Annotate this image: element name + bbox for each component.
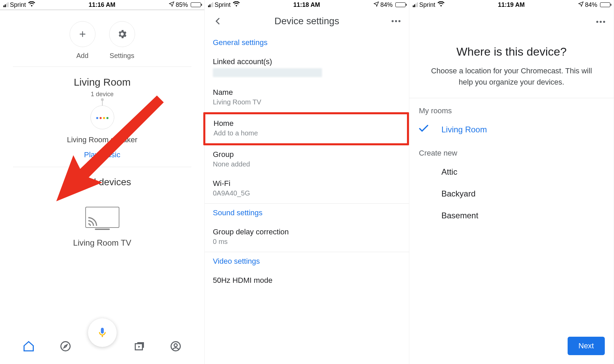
video-settings-link[interactable]: Video settings (205, 252, 409, 271)
location-icon (169, 1, 174, 9)
setting-value: 0A9A40_5G (213, 189, 401, 197)
clock-time: 11:16 AM (89, 1, 115, 9)
wifi-icon (28, 1, 35, 9)
home-row[interactable]: Home Add to a home (203, 112, 409, 145)
setting-label: Name (213, 88, 401, 97)
google-dots-icon (96, 114, 109, 120)
plus-icon (70, 21, 96, 47)
actions-row: Add Settings (0, 10, 204, 67)
battery-icon (395, 2, 406, 7)
wifi-row[interactable]: Wi-Fi 0A9A40_5G (205, 174, 409, 203)
room-option-label: Basement (441, 211, 478, 220)
room-option-label: Backyard (441, 189, 476, 199)
room-option-backyard[interactable]: Backyard (409, 183, 614, 205)
group-row[interactable]: Group None added (205, 145, 409, 174)
play-music-link[interactable]: Play music (0, 150, 204, 159)
header: Device settings (205, 10, 409, 33)
svg-point-7 (398, 20, 400, 22)
carrier-label: Sprint (10, 1, 26, 9)
room-option-label: Living Room (441, 125, 487, 134)
status-bar: Sprint 11:18 AM 84% (205, 0, 409, 10)
signal-icon (208, 2, 213, 7)
setting-label: Group delay correction (213, 228, 401, 236)
svg-point-5 (392, 20, 394, 22)
battery-icon (600, 2, 610, 7)
setting-value: Add to a home (214, 129, 399, 137)
room-title: Living Room (0, 76, 204, 88)
general-settings-link[interactable]: General settings (205, 33, 409, 53)
nav-home-icon[interactable] (23, 340, 35, 354)
battery-percent: 84% (380, 1, 393, 9)
svg-point-4 (174, 344, 177, 347)
hdmi-mode-row[interactable]: 50Hz HDMI mode (205, 271, 409, 286)
page-title: Device settings (224, 16, 389, 27)
room-option-label: Attic (441, 167, 457, 177)
status-bar: Sprint 11:19 AM 84% (409, 0, 614, 10)
setting-value: None added (213, 160, 401, 168)
svg-point-1 (61, 342, 70, 351)
setting-value: Living Room TV (213, 98, 401, 106)
speaker-device[interactable] (90, 105, 114, 129)
nav-media-icon[interactable] (133, 340, 145, 354)
local-devices-section: Local devices Living Room TV (0, 167, 204, 272)
location-icon (578, 1, 584, 9)
cast-device-name: Living Room TV (73, 238, 131, 248)
room-subtitle: 1 device (0, 91, 204, 98)
wifi-icon (438, 1, 444, 9)
next-button[interactable]: Next (568, 337, 605, 355)
battery-icon (191, 2, 201, 7)
status-bar: Sprint 11:16 AM 85% (0, 0, 204, 10)
room-option-basement[interactable]: Basement (409, 205, 614, 227)
add-label: Add (76, 52, 89, 60)
linked-accounts-row[interactable]: Linked account(s) (205, 53, 409, 83)
setting-label: Home (214, 119, 399, 128)
room-option-living-room[interactable]: Living Room (409, 119, 614, 141)
svg-point-9 (600, 21, 602, 23)
room-option-attic[interactable]: Attic (409, 161, 614, 183)
gear-icon (109, 21, 135, 47)
svg-point-8 (596, 21, 598, 23)
settings-label: Settings (109, 52, 134, 60)
add-action[interactable]: Add (70, 21, 96, 60)
setting-label: Linked account(s) (213, 57, 401, 66)
clock-time: 11:18 AM (293, 1, 320, 9)
room-section: Living Room 1 device Living Room speaker… (0, 67, 204, 167)
screen-choose-location: Sprint 11:19 AM 84% Where is this device… (409, 0, 614, 364)
setting-label: Wi-Fi (213, 179, 401, 188)
setting-label: Group (213, 150, 401, 159)
create-new-label: Create new (409, 141, 614, 161)
next-button-label: Next (579, 341, 594, 350)
nav-discover-icon[interactable] (59, 340, 72, 354)
more-button[interactable] (596, 18, 605, 25)
carrier-label: Sprint (215, 1, 231, 9)
svg-point-6 (395, 20, 397, 22)
wifi-icon (233, 1, 240, 9)
local-devices-title: Local devices (0, 177, 204, 188)
battery-percent: 84% (585, 1, 597, 9)
nav-account-icon[interactable] (170, 340, 182, 354)
linked-account-value (213, 68, 322, 77)
sound-settings-link[interactable]: Sound settings (205, 204, 409, 223)
battery-percent: 85% (176, 1, 188, 9)
bottom-nav (0, 330, 204, 364)
page-title: Where is this device? (419, 45, 604, 58)
signal-icon (3, 2, 9, 7)
speaker-name: Living Room speaker (0, 135, 204, 144)
setting-label: 50Hz HDMI mode (213, 276, 401, 285)
group-delay-row[interactable]: Group delay correction 0 ms (205, 223, 409, 252)
cast-icon (85, 207, 119, 228)
back-button[interactable] (211, 17, 224, 25)
svg-point-10 (603, 21, 605, 23)
more-button[interactable] (389, 20, 403, 23)
settings-action[interactable]: Settings (109, 21, 135, 60)
screen-device-settings: Sprint 11:18 AM 84% Device settings Gene… (205, 0, 409, 364)
setting-value: 0 ms (213, 238, 401, 246)
page-subtitle: Choose a location for your Chromecast. T… (419, 65, 604, 88)
page-header: Where is this device? Choose a location … (409, 10, 614, 98)
carrier-label: Sprint (419, 1, 435, 9)
my-rooms-label: My rooms (409, 98, 614, 119)
check-icon (419, 125, 437, 134)
mic-button[interactable] (88, 318, 117, 347)
name-row[interactable]: Name Living Room TV (205, 83, 409, 112)
cast-device[interactable]: Living Room TV (0, 207, 204, 248)
